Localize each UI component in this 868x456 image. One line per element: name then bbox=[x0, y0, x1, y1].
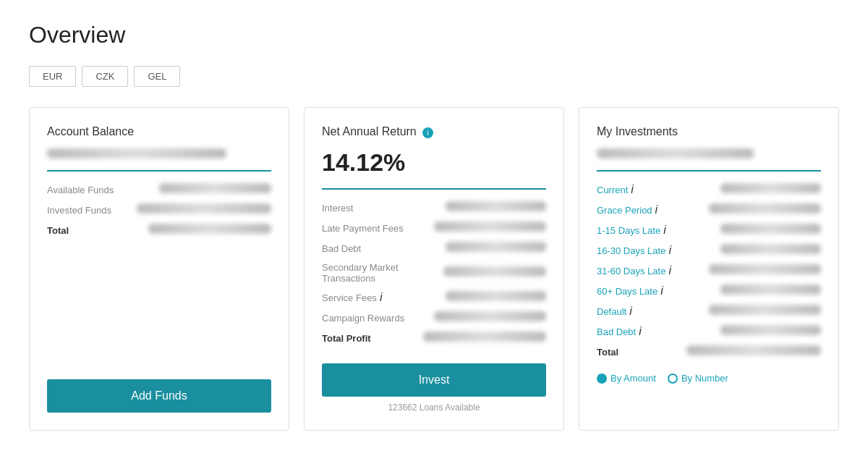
secondary-market-value bbox=[443, 266, 546, 276]
total-row: Total bbox=[47, 224, 271, 237]
currency-button-group: EUR CZK GEL bbox=[29, 66, 839, 87]
net-annual-return-value: 14.12% bbox=[322, 148, 546, 177]
60-plus-days-late-row: 60+ Days Late i bbox=[597, 284, 821, 297]
invested-funds-value bbox=[137, 203, 271, 214]
late-payment-fees-row: Late Payment Fees bbox=[322, 221, 546, 235]
campaign-rewards-value bbox=[434, 311, 546, 321]
campaign-rewards-row: Campaign Rewards bbox=[322, 311, 546, 324]
60-plus-days-late-label: 60+ Days Late bbox=[597, 286, 658, 297]
1-15-days-late-info-icon[interactable]: i bbox=[663, 224, 666, 237]
available-funds-value bbox=[159, 183, 271, 193]
31-60-days-late-value bbox=[709, 264, 821, 274]
account-balance-title: Account Balance bbox=[47, 125, 271, 138]
cards-container: Account Balance Available Funds Invested… bbox=[29, 107, 839, 431]
interest-label: Interest bbox=[322, 203, 353, 214]
total-profit-value bbox=[423, 332, 547, 342]
service-fees-info-icon[interactable]: i bbox=[380, 291, 383, 304]
invested-funds-label: Invested Funds bbox=[47, 205, 111, 216]
my-investments-value-blurred bbox=[597, 148, 754, 159]
currency-eur-button[interactable]: EUR bbox=[29, 66, 76, 87]
60-plus-days-late-info-icon[interactable]: i bbox=[660, 284, 663, 297]
page-title: Overview bbox=[29, 22, 839, 48]
add-funds-button[interactable]: Add Funds bbox=[47, 379, 271, 413]
default-value bbox=[709, 305, 821, 315]
my-investments-bad-debt-value bbox=[720, 325, 822, 335]
16-30-days-late-label: 16-30 Days Late bbox=[597, 245, 665, 256]
default-info-icon[interactable]: i bbox=[629, 305, 632, 318]
current-label: Current bbox=[597, 185, 628, 195]
bad-debt-label: Bad Debt bbox=[322, 243, 361, 254]
my-investments-total-label: Total bbox=[597, 347, 618, 358]
default-label: Default bbox=[597, 306, 626, 317]
account-balance-value-blurred bbox=[47, 148, 226, 159]
31-60-days-late-label: 31-60 Days Late bbox=[597, 266, 665, 276]
invested-funds-row: Invested Funds bbox=[47, 203, 271, 216]
by-number-label: By Number bbox=[681, 373, 728, 384]
my-investments-card: My Investments Current i Grace Period i … bbox=[579, 107, 839, 431]
1-15-days-late-label: 1-15 Days Late bbox=[597, 225, 660, 236]
interest-value bbox=[446, 201, 547, 211]
my-investments-bad-debt-label: Bad Debt bbox=[597, 326, 636, 337]
available-funds-row: Available Funds bbox=[47, 183, 271, 196]
current-info-icon[interactable]: i bbox=[631, 183, 634, 196]
grace-period-label: Grace Period bbox=[597, 205, 652, 216]
by-number-radio-dot bbox=[668, 373, 678, 384]
net-annual-return-info-icon[interactable]: i bbox=[422, 127, 433, 138]
service-fees-value bbox=[446, 291, 547, 301]
service-fees-label-group: Service Fees i bbox=[322, 291, 382, 304]
my-investments-total-row: Total bbox=[597, 345, 821, 358]
my-investments-bad-debt-info-icon[interactable]: i bbox=[639, 325, 642, 338]
bad-debt-row: Bad Debt bbox=[322, 242, 546, 255]
current-value bbox=[720, 183, 822, 193]
late-payment-fees-label: Late Payment Fees bbox=[322, 223, 404, 234]
account-balance-divider bbox=[47, 170, 271, 172]
my-investments-title: My Investments bbox=[597, 125, 821, 138]
31-60-days-late-row: 31-60 Days Late i bbox=[597, 264, 821, 277]
view-toggle-group: By Amount By Number bbox=[597, 373, 821, 384]
grace-period-row: Grace Period i bbox=[597, 203, 821, 216]
default-row: Default i bbox=[597, 305, 821, 318]
grace-period-info-icon[interactable]: i bbox=[655, 203, 658, 216]
currency-czk-button[interactable]: CZK bbox=[82, 66, 128, 87]
total-label: Total bbox=[47, 225, 69, 236]
by-amount-label: By Amount bbox=[610, 373, 656, 384]
account-balance-card: Account Balance Available Funds Invested… bbox=[29, 107, 289, 431]
service-fees-label: Service Fees bbox=[322, 292, 377, 303]
available-funds-label: Available Funds bbox=[47, 185, 114, 195]
1-15-days-late-row: 1-15 Days Late i bbox=[597, 224, 821, 237]
loans-available-text: 123662 Loans Available bbox=[322, 402, 546, 413]
16-30-days-late-value bbox=[720, 244, 822, 254]
by-number-radio[interactable]: By Number bbox=[668, 373, 728, 384]
60-plus-days-late-value bbox=[720, 284, 822, 295]
total-profit-label: Total Profit bbox=[322, 333, 371, 344]
invest-button[interactable]: Invest bbox=[322, 363, 546, 397]
interest-row: Interest bbox=[322, 201, 546, 214]
service-fees-row: Service Fees i bbox=[322, 291, 546, 304]
late-payment-fees-value bbox=[434, 221, 546, 232]
16-30-days-late-info-icon[interactable]: i bbox=[668, 244, 671, 257]
secondary-market-label: Secondary Market Transactions bbox=[322, 262, 443, 284]
1-15-days-late-value bbox=[720, 224, 822, 234]
current-row: Current i bbox=[597, 183, 821, 196]
net-annual-return-divider bbox=[322, 188, 546, 190]
by-amount-radio-dot bbox=[597, 373, 607, 384]
net-annual-return-card: Net Annual Return i 14.12% Interest Late… bbox=[304, 107, 564, 431]
16-30-days-late-row: 16-30 Days Late i bbox=[597, 244, 821, 257]
campaign-rewards-label: Campaign Rewards bbox=[322, 313, 404, 324]
currency-gel-button[interactable]: GEL bbox=[134, 66, 180, 87]
total-value bbox=[148, 224, 272, 234]
my-investments-total-value bbox=[686, 345, 821, 355]
my-investments-bad-debt-row: Bad Debt i bbox=[597, 325, 821, 338]
total-profit-row: Total Profit bbox=[322, 332, 546, 345]
my-investments-divider bbox=[597, 170, 821, 172]
bad-debt-value bbox=[446, 242, 547, 252]
net-annual-return-title: Net Annual Return i bbox=[322, 125, 546, 138]
by-amount-radio[interactable]: By Amount bbox=[597, 373, 656, 384]
secondary-market-row: Secondary Market Transactions bbox=[322, 262, 546, 284]
31-60-days-late-info-icon[interactable]: i bbox=[668, 264, 671, 277]
grace-period-value bbox=[709, 203, 821, 214]
